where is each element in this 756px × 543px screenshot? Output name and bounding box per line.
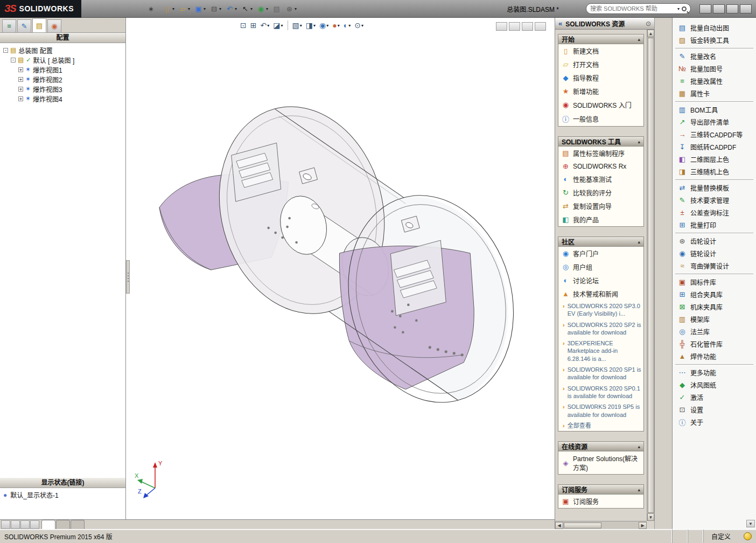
ribbon-toggle-button[interactable]	[496, 22, 507, 31]
taskpane-link[interactable]: ⊕ SOLIDWORKS Rx	[558, 160, 643, 172]
sheet-nav-button[interactable]	[1, 520, 10, 529]
plugin-item[interactable]: ⋯ 更多功能	[673, 366, 756, 379]
previous-view-icon[interactable]: ↶ ▾	[259, 20, 270, 30]
close-button[interactable]	[740, 4, 752, 13]
taskpane-link[interactable]: ◉ SOLIDWORKS 入门	[558, 98, 643, 112]
section-header[interactable]: 在线资源 ▴	[558, 442, 643, 451]
taskpane-link[interactable]: ▲ 技术警戒和新闻	[558, 287, 643, 301]
plugin-item[interactable]: ⊞ 批量打印	[673, 219, 756, 231]
scroll-down-icon[interactable]: ▼	[647, 513, 654, 521]
menu-item[interactable]	[93, 7, 102, 10]
plugin-item[interactable]: → 三维转CADPDF等	[673, 128, 756, 141]
options-icon[interactable]: ⊛ ▾	[284, 4, 298, 14]
view-settings-icon[interactable]: ⊙ ▾	[353, 20, 365, 30]
pushpin-icon[interactable]: ⊙	[646, 20, 651, 27]
plugin-item[interactable]: ▦ 属性卡	[673, 87, 756, 100]
search-scope-caret-icon[interactable]: ▾	[677, 6, 680, 11]
view-all-link[interactable]: › 全部查看	[558, 420, 643, 431]
plugin-item[interactable]: ≡ 批量改属性	[673, 75, 756, 87]
vertical-tab[interactable]	[662, 81, 664, 87]
plugin-item[interactable]: ◆ 沐风图纸	[673, 379, 756, 391]
menu-item[interactable]	[128, 7, 136, 10]
tree-expander-icon[interactable]: +	[18, 96, 23, 101]
tree-item[interactable]: + ✶ 爆炸视图2	[0, 74, 125, 84]
vertical-tab[interactable]	[662, 23, 664, 29]
news-link[interactable]: › SOLIDWORKS 2020 SP2 is available for d…	[558, 319, 643, 338]
plugin-item[interactable]: ⊡ 设置	[673, 403, 756, 416]
doc-minimize-button[interactable]	[509, 22, 520, 31]
edit-appearance-icon[interactable]: ● ▾	[331, 20, 340, 30]
plugin-item[interactable]: ⊞ 组合夹具库	[673, 288, 756, 301]
plugin-item[interactable]: ⇄ 批量替换模板	[673, 182, 756, 194]
sheet-tab[interactable]	[41, 520, 55, 529]
section-header[interactable]: 订阅服务 ▴	[558, 485, 643, 495]
vertical-tab[interactable]	[662, 62, 664, 67]
tree-item[interactable]: + ✶ 爆炸视图4	[0, 94, 125, 103]
display-style-icon[interactable]: ◨ ▾	[305, 20, 317, 30]
configuration-manager-tab[interactable]: ▤	[32, 18, 46, 32]
sheet-nav-button[interactable]	[20, 520, 30, 529]
news-link[interactable]: › SOLIDWORKS 2020 SP1 is available for d…	[558, 364, 643, 383]
plugin-item[interactable]: ◉ 链轮设计	[673, 247, 756, 260]
plugin-item[interactable]: ↧ 图纸转CADPDF	[673, 141, 756, 153]
tree-item[interactable]: + ✶ 爆炸视图3	[0, 84, 125, 94]
taskpane-link[interactable]: ◎ 用户组	[558, 260, 643, 274]
news-link[interactable]: › SOLIDW0RKS 2019 SP5 is available for d…	[558, 401, 643, 420]
scroll-left-icon[interactable]: ◀	[555, 522, 563, 529]
tree-expander-icon[interactable]: +	[18, 67, 23, 72]
menu-item[interactable]	[110, 7, 119, 10]
open-document-icon[interactable]: ▱ ▾	[177, 4, 191, 14]
taskpane-link[interactable]: ▣ 订阅服务	[558, 495, 643, 508]
customize-button[interactable]: 自定义	[703, 530, 738, 543]
taskpane-link[interactable]: ★ 新增功能	[558, 85, 643, 98]
plugin-item[interactable]: ▲ 焊件功能	[673, 350, 756, 363]
plugin-scroll-down-button[interactable]: ▼	[746, 520, 755, 527]
plugin-item[interactable]: ▨ 钣金转换工具	[673, 34, 756, 46]
file-properties-icon[interactable]: ▤	[271, 4, 282, 14]
plugin-item[interactable]: № 批量加图号	[673, 62, 756, 75]
plugin-item[interactable]: ▤ 批量自动出图	[673, 22, 756, 34]
menu-item[interactable]	[102, 7, 110, 10]
doc-restore-button[interactable]	[522, 22, 533, 31]
search-box[interactable]: ▾	[586, 3, 691, 14]
menu-item[interactable]	[119, 7, 128, 10]
scroll-up-icon[interactable]: ▲	[647, 30, 654, 37]
property-manager-tab[interactable]: ✎	[17, 19, 31, 32]
tree-expander-icon[interactable]: -	[3, 48, 8, 53]
taskpane-link[interactable]: ↻ 比较我的评分	[558, 186, 643, 199]
maximize-button[interactable]	[726, 4, 738, 13]
taskpane-vertical-scrollbar[interactable]: ▲ ▼	[647, 30, 654, 521]
plugin-item[interactable]: ⊛ 齿轮设计	[673, 235, 756, 247]
tree-item[interactable]: + ✶ 爆炸视图1	[0, 65, 125, 74]
search-input[interactable]	[590, 5, 677, 12]
plugin-item[interactable]: ◧ 二维图层上色	[673, 153, 756, 165]
section-header[interactable]: SOLIDWORKS 工具 ▴	[558, 137, 643, 147]
print-icon[interactable]: ⊟ ▾	[208, 4, 222, 14]
taskpane-link[interactable]: ◐ 性能基准测试	[558, 172, 643, 186]
taskpane-link[interactable]: ▱ 打开文档	[558, 58, 643, 71]
taskpane-link[interactable]: ▯ 新建文档	[558, 44, 643, 58]
plugin-item[interactable]: ╬ 石化管件库	[673, 338, 756, 350]
section-header[interactable]: 开始 ▴	[558, 34, 643, 44]
plugin-item[interactable]: ± 公差查询标注	[673, 206, 756, 219]
zoom-to-area-icon[interactable]: ⊞	[249, 20, 258, 30]
display-state-item[interactable]: ● 默认_显示状态-1	[3, 490, 122, 499]
sheet-tab[interactable]	[71, 520, 85, 529]
plugin-item[interactable]: ▣ 国标件库	[673, 276, 756, 288]
taskpane-link[interactable]: ◈ Partner Solutions(解决方案)	[558, 451, 643, 474]
section-header[interactable]: 社区 ▴	[558, 237, 643, 247]
taskpane-link[interactable]: ◧ 我的产品	[558, 213, 643, 226]
taskpane-link[interactable]: ◉ 客户门户	[558, 247, 643, 260]
feature-manager-tab[interactable]: ≡	[2, 19, 16, 32]
plugin-item[interactable]: ▥ 模架库	[673, 313, 756, 325]
menu-item[interactable]	[85, 7, 93, 10]
help-status-icon[interactable]	[744, 532, 752, 540]
taskpane-link[interactable]: ▤ 属性标签编制程序	[558, 147, 643, 160]
plugin-item[interactable]: ◎ 法兰库	[673, 325, 756, 338]
tree-expander-icon[interactable]: +	[18, 87, 23, 92]
sheet-nav-button[interactable]	[30, 520, 39, 529]
taskpane-link[interactable]: ⇄ 复制设置向导	[558, 199, 643, 213]
scrollbar-thumb[interactable]	[564, 523, 601, 528]
zoom-fit-icon[interactable]: ⊡	[239, 20, 248, 30]
tree-expander-icon[interactable]: -	[11, 58, 16, 62]
